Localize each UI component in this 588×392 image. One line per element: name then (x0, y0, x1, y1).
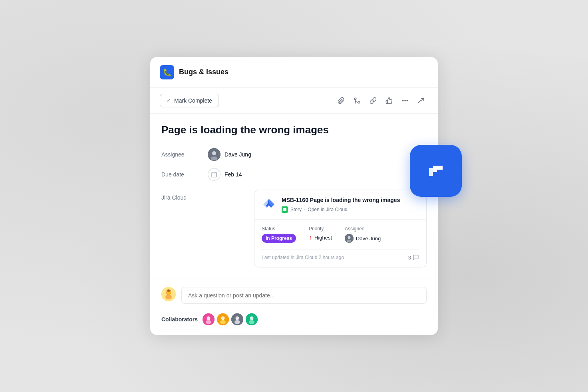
current-user-avatar (161, 287, 176, 301)
collaborator-avatar-1 (203, 313, 215, 325)
jira-priority-label: Priority (309, 226, 332, 232)
jira-type: Story (290, 207, 302, 212)
collaborators-label: Collaborators (161, 316, 198, 323)
header-title: Bugs & Issues (179, 68, 228, 76)
mark-complete-button[interactable]: ✓ Mark Complete (160, 94, 219, 107)
svg-point-23 (206, 320, 211, 324)
jira-open-link[interactable]: Open in Jira Cloud (308, 207, 347, 212)
jira-card-wrap: MSB-1160 Page is loading the wrong image… (208, 188, 427, 268)
svg-point-3 (405, 100, 405, 101)
due-date-text: Feb 14 (224, 171, 242, 178)
toolbar-actions (334, 93, 428, 108)
more-button[interactable] (398, 93, 412, 108)
jira-assignee-name: Dave Jung (356, 236, 381, 242)
svg-rect-8 (212, 172, 217, 177)
comment-input[interactable] (181, 287, 427, 304)
jira-status-label: Status (262, 226, 296, 232)
assignee-value: Dave Jung (208, 148, 251, 161)
svg-point-28 (236, 317, 239, 320)
calendar-icon (208, 168, 220, 181)
svg-point-26 (220, 320, 226, 324)
collaborator-avatar-2 (217, 313, 229, 325)
comment-section (150, 279, 438, 313)
due-date-value: Feb 14 (208, 168, 242, 181)
expand-icon (417, 97, 425, 104)
jira-footer: Last updated in Jira Cloud 2 hours ago 3 (262, 249, 419, 261)
svg-point-14 (348, 236, 351, 239)
jira-assignee-label: Assignee (345, 226, 381, 232)
jira-issue-title: MSB-1160 Page is loading the wrong image… (282, 196, 419, 204)
svg-point-32 (249, 320, 254, 324)
svg-point-2 (403, 100, 403, 101)
jira-issue-id: MSB-1160 (282, 197, 308, 203)
jira-status-value: In Progress (262, 234, 296, 243)
svg-point-20 (167, 289, 171, 292)
assignee-avatar (208, 148, 220, 161)
jira-meta: Story · Open in Jira Cloud (282, 206, 419, 213)
header-app-icon: 🐛 (160, 65, 174, 79)
jira-fields: Status In Progress Priority ↑ Hig (262, 226, 419, 243)
comment-bubble-icon (413, 254, 419, 261)
attachment-button[interactable] (334, 93, 348, 108)
due-date-row: Due date Feb 14 (161, 168, 427, 181)
svg-point-7 (211, 156, 217, 160)
expand-button[interactable] (414, 93, 428, 108)
svg-point-6 (212, 151, 216, 155)
jira-issue-name: Page is loading the wrong images (310, 197, 400, 203)
comment-input-wrap (181, 287, 427, 304)
card-content: Page is loading the wrong images Assigne… (150, 114, 438, 279)
in-progress-badge: In Progress (262, 234, 296, 243)
jira-card-body: Status In Progress Priority ↑ Hig (254, 220, 426, 267)
like-button[interactable] (382, 93, 396, 108)
collaborator-avatars (203, 313, 258, 325)
jira-comments: 3 (408, 254, 419, 261)
jira-card[interactable]: MSB-1160 Page is loading the wrong image… (254, 190, 427, 268)
link-icon (369, 97, 377, 104)
collaborators-row: Collaborators (150, 313, 438, 335)
jira-logo (262, 197, 276, 212)
svg-point-19 (165, 295, 172, 299)
collaborator-avatar-4 (246, 313, 258, 325)
app-icon-floating (410, 145, 462, 197)
jira-priority-value: ↑ Highest (309, 234, 332, 241)
checkmark-icon: ✓ (167, 97, 171, 103)
svg-point-15 (347, 240, 352, 243)
priority-text: Highest (314, 235, 332, 241)
comments-count: 3 (408, 255, 411, 261)
due-date-label: Due date (161, 171, 201, 178)
card-header: 🐛 Bugs & Issues (150, 57, 438, 88)
svg-point-29 (234, 320, 240, 324)
copy-link-button[interactable] (366, 93, 380, 108)
jira-card-header: MSB-1160 Page is loading the wrong image… (254, 190, 426, 220)
jira-issue-info: MSB-1160 Page is loading the wrong image… (282, 196, 419, 213)
jira-assignee-field: Assignee Dave Ju (345, 226, 381, 243)
svg-point-22 (207, 317, 211, 320)
jira-status-field: Status In Progress (262, 226, 296, 243)
main-card: 🐛 Bugs & Issues ✓ Mark Complete (150, 57, 438, 335)
attachment-icon (338, 97, 345, 104)
jira-cloud-label: Jira Cloud (161, 188, 201, 201)
svg-point-4 (407, 100, 407, 101)
jira-separator: · (304, 207, 305, 212)
mark-complete-label: Mark Complete (174, 97, 212, 104)
jira-assignee-avatar (345, 234, 354, 243)
assignee-name: Dave Jung (224, 151, 251, 158)
toolbar: ✓ Mark Complete (150, 88, 438, 114)
svg-point-25 (221, 317, 225, 320)
svg-rect-12 (283, 208, 286, 211)
assignee-row: Assignee Dave Jung (161, 148, 427, 161)
story-badge (282, 206, 288, 213)
svg-point-31 (250, 317, 254, 320)
collaborator-avatar-3 (231, 313, 243, 325)
jira-priority-field: Priority ↑ Highest (309, 226, 332, 243)
jira-assignee-value: Dave Jung (345, 234, 381, 243)
jira-cloud-row: Jira Cloud (161, 188, 427, 268)
jira-updated-text: Last updated in Jira Cloud 2 hours ago (262, 255, 344, 260)
branches-button[interactable] (350, 93, 364, 108)
thumbs-up-icon (385, 97, 393, 104)
more-icon (401, 97, 409, 104)
assignee-label: Assignee (161, 151, 201, 158)
priority-arrow-icon: ↑ (309, 234, 312, 241)
branches-icon (354, 97, 361, 104)
task-title: Page is loading the wrong images (161, 123, 427, 137)
